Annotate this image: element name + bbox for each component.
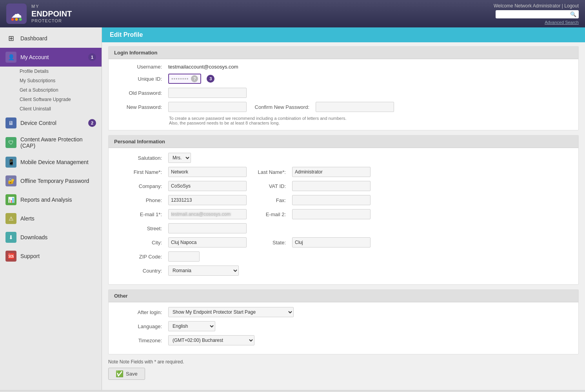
personal-info-body: Salutation: Mrs. Mr. Ms. Dr. First Name*… bbox=[109, 148, 578, 284]
other-section: Other After login: Show My Endpoint Prot… bbox=[108, 289, 579, 354]
unique-id-value: •••••••• bbox=[171, 76, 189, 82]
fax-label: Fax: bbox=[250, 197, 289, 203]
name-row: First Name*: Last Name*: bbox=[114, 167, 573, 177]
fax-input[interactable] bbox=[292, 195, 371, 205]
sidebar-item-mobile[interactable]: 📱 Mobile Device Management bbox=[0, 153, 102, 172]
company-input[interactable] bbox=[168, 181, 247, 191]
submenu-client-upgrade[interactable]: Client Software Upgrade bbox=[16, 95, 102, 104]
language-label: Language: bbox=[114, 323, 165, 329]
search-icon[interactable]: 🔍 bbox=[570, 11, 576, 17]
last-name-input[interactable] bbox=[292, 167, 371, 177]
username-label: Username: bbox=[114, 64, 165, 70]
login-info-body: Username: testmailaccount@cososys.com Un… bbox=[109, 59, 578, 130]
dashboard-icon: ⊞ bbox=[5, 33, 16, 44]
logo-dots bbox=[11, 18, 22, 21]
form-footer: Note Note Fields with * are required. ✅ … bbox=[108, 359, 579, 386]
page-header: Edit Profile bbox=[102, 27, 585, 42]
badge-3: 3 bbox=[207, 75, 214, 83]
username-value: testmailaccount@cososys.com bbox=[168, 64, 238, 70]
sidebar-item-alerts[interactable]: ⚠ Alerts bbox=[0, 209, 102, 228]
mobile-icon: 📱 bbox=[5, 157, 16, 168]
dot-yellow bbox=[15, 18, 18, 21]
street-input[interactable] bbox=[168, 223, 247, 233]
logo-protector: PROTECTOR bbox=[31, 18, 72, 23]
language-select[interactable]: English Romanian German French bbox=[168, 321, 215, 331]
personal-info-section: Personal Information Salutation: Mrs. Mr… bbox=[108, 135, 579, 285]
old-password-input[interactable] bbox=[168, 88, 247, 98]
badge-1: 1 bbox=[88, 53, 96, 61]
submenu-my-subscriptions[interactable]: My Subscriptions bbox=[16, 76, 102, 85]
phone-label: Phone: bbox=[114, 197, 165, 203]
timezone-select[interactable]: (GMT+02:00) Bucharest (GMT+00:00) UTC (G… bbox=[168, 335, 254, 345]
zip-input[interactable] bbox=[168, 251, 200, 262]
sidebar-item-support[interactable]: 🆘 Support bbox=[0, 247, 102, 266]
search-input[interactable] bbox=[498, 11, 569, 17]
sidebar-item-reports[interactable]: 📊 Reports and Analysis bbox=[0, 190, 102, 209]
email2-label: E-mail 2: bbox=[250, 211, 289, 217]
unique-id-help-icon[interactable]: ? bbox=[191, 75, 198, 82]
vat-input[interactable] bbox=[292, 181, 371, 191]
sidebar-item-downloads[interactable]: ⬇ Downloads bbox=[0, 228, 102, 247]
timezone-row: Timezone: (GMT+02:00) Bucharest (GMT+00:… bbox=[114, 335, 573, 345]
login-info-section: Login Information Username: testmailacco… bbox=[108, 46, 579, 130]
personal-info-header: Personal Information bbox=[109, 135, 578, 148]
zip-row: ZIP Code: bbox=[114, 251, 573, 262]
last-name-label: Last Name*: bbox=[250, 169, 289, 175]
search-box[interactable]: 🔍 bbox=[496, 10, 579, 18]
person-icon: 👤 bbox=[5, 52, 16, 63]
state-input[interactable] bbox=[292, 237, 371, 247]
unique-id-label: Unique ID: bbox=[114, 76, 165, 82]
email1-input[interactable] bbox=[168, 209, 247, 219]
submenu-get-subscription[interactable]: Get a Subscription bbox=[16, 85, 102, 95]
salutation-select[interactable]: Mrs. Mr. Ms. Dr. bbox=[168, 153, 191, 163]
after-login-row: After login: Show My Endpoint Protector … bbox=[114, 307, 573, 317]
vat-label: VAT ID: bbox=[250, 183, 289, 189]
sidebar-item-cap[interactable]: 🛡 Content Aware Protection (CAP) bbox=[0, 132, 102, 153]
first-name-input[interactable] bbox=[168, 167, 247, 177]
devices-icon: 🖥 bbox=[5, 117, 16, 128]
submenu-profile-details[interactable]: Profile Details bbox=[16, 67, 102, 76]
unique-id-row: Unique ID: •••••••• ? 3 bbox=[114, 74, 573, 84]
sidebar-item-offline-temp[interactable]: 🔐 Offline Temporary Password bbox=[0, 172, 102, 190]
other-body: After login: Show My Endpoint Protector … bbox=[109, 302, 578, 354]
phone-input[interactable] bbox=[168, 195, 247, 205]
badge-2: 2 bbox=[88, 119, 96, 127]
welcome-text: Welcome Network Administrator | Logout bbox=[494, 3, 579, 9]
logo-box: ☁ bbox=[6, 4, 27, 24]
after-login-select[interactable]: Show My Endpoint Protector Start Page Go… bbox=[168, 307, 294, 317]
submenu-client-uninstall[interactable]: Client Uninstall bbox=[16, 104, 102, 114]
state-label: State: bbox=[250, 240, 289, 246]
warning-icon: ⚠ bbox=[5, 213, 16, 224]
sidebar-item-dashboard[interactable]: ⊞ Dashboard bbox=[0, 29, 102, 48]
new-password-input[interactable] bbox=[168, 102, 247, 112]
help-icon: 🆘 bbox=[5, 251, 16, 262]
salutation-label: Salutation: bbox=[114, 155, 165, 161]
company-label: Company: bbox=[114, 183, 165, 189]
old-password-row: Old Password: bbox=[114, 88, 573, 98]
sidebar: ⊞ Dashboard 👤 My Account 1 Profile Detai… bbox=[0, 27, 102, 390]
header-logo-area: ☁ MY ENDPOINT PROTECTOR bbox=[6, 4, 72, 24]
chart-icon: 📊 bbox=[5, 194, 16, 205]
check-icon: ✅ bbox=[116, 370, 124, 378]
country-row: Country: Romania United States United Ki… bbox=[114, 266, 573, 276]
confirm-password-input[interactable] bbox=[316, 102, 394, 112]
password-hint: To create a secure password we recommend… bbox=[114, 116, 573, 125]
logout-link[interactable]: Logout bbox=[564, 3, 579, 9]
unique-id-box: •••••••• ? bbox=[168, 74, 201, 84]
email-row: E-mail 1*: E-mail 2: bbox=[114, 209, 573, 219]
city-input[interactable] bbox=[168, 237, 247, 247]
country-select[interactable]: Romania United States United Kingdom Ger… bbox=[168, 266, 239, 276]
app-body: ⊞ Dashboard 👤 My Account 1 Profile Detai… bbox=[0, 27, 585, 390]
app-footer: My Endpoint Protector Copyright 2004 - 2… bbox=[0, 390, 585, 392]
new-password-row: New Password: Confirm New Password: bbox=[114, 102, 573, 112]
logo-text: MY ENDPOINT PROTECTOR bbox=[31, 4, 72, 23]
dot-green bbox=[19, 18, 22, 21]
city-row: City: State: bbox=[114, 237, 573, 247]
city-label: City: bbox=[114, 240, 165, 246]
save-button[interactable]: ✅ Save bbox=[108, 368, 145, 380]
email2-input[interactable] bbox=[292, 209, 371, 219]
sidebar-item-my-account[interactable]: 👤 My Account 1 bbox=[0, 48, 102, 67]
advanced-search-link[interactable]: Advanced Search bbox=[545, 20, 579, 25]
sidebar-item-device-control[interactable]: 🖥 Device Control 2 bbox=[0, 114, 102, 132]
content-area: Login Information Username: testmailacco… bbox=[102, 42, 585, 390]
